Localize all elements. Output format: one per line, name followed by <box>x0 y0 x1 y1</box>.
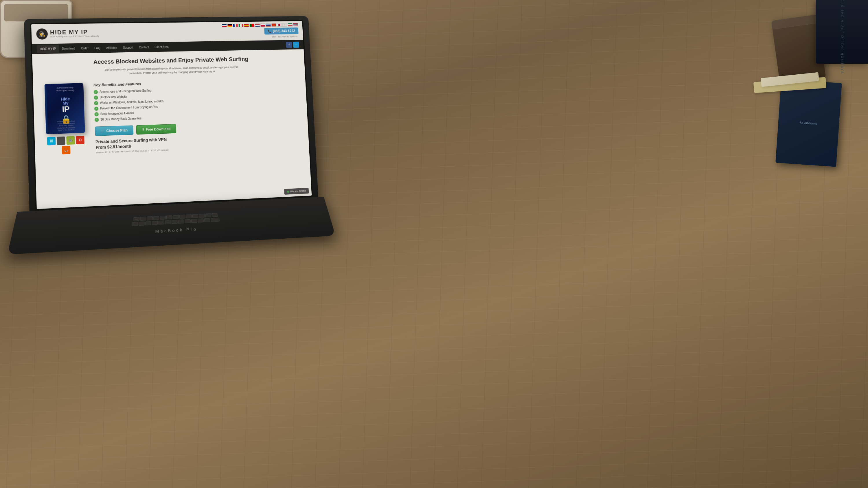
check-icon-4: ✓ <box>94 106 99 111</box>
browser-window: 🕵 HIDE MY IP Surf Anonymously & Protect … <box>31 21 312 209</box>
product-box: Surf anonymouslyProtect your identity Hi… <box>44 83 85 134</box>
online-dot <box>287 191 289 193</box>
online-chat-badge[interactable]: We are Online <box>284 188 309 195</box>
platform-icons: ⊞ 🤖 O 🦊 <box>43 136 89 155</box>
platform-firefox: 🦊 <box>62 146 71 155</box>
nav-item-affiliates[interactable]: Affiliates <box>103 44 120 52</box>
shopping-cart-icon: 🛒 <box>101 129 105 133</box>
platform-opera: O <box>76 136 85 144</box>
check-icon-5: ✓ <box>94 112 99 116</box>
nav-item-hidemyip[interactable]: HIDE MY IP <box>37 44 59 53</box>
promo-box: Private and Secure Surfing with VPN From… <box>95 132 302 154</box>
flag-de[interactable] <box>227 24 232 27</box>
free-download-button[interactable]: ⬇ Free Download <box>136 124 176 134</box>
macbook-pro-label: MacBook Pro <box>155 227 197 234</box>
flags-row: ★ × <box>222 23 298 28</box>
hero-title: Access Blocked Websites and Enjoy Privat… <box>41 54 297 67</box>
flag-close[interactable]: × <box>282 23 287 27</box>
nav-item-order[interactable]: Order <box>78 44 91 52</box>
logo-icon: 🕵 <box>36 28 48 40</box>
choose-plan-button[interactable]: 🛒 Choose Plan <box>95 125 133 136</box>
nav-item-contact[interactable]: Contact <box>136 43 152 51</box>
nav-item-client-area[interactable]: Client Area <box>152 43 172 51</box>
flag-th[interactable] <box>293 23 298 27</box>
flag-es[interactable] <box>244 24 249 27</box>
product-area: Surf anonymouslyProtect your identity Hi… <box>41 83 89 155</box>
platform-windows: ⊞ <box>47 137 56 145</box>
content-area: Surf anonymouslyProtect your identity Hi… <box>33 78 309 161</box>
flag-nl[interactable] <box>255 24 260 27</box>
flag-pt[interactable] <box>249 24 255 27</box>
flag-fr[interactable] <box>233 24 238 27</box>
nav-item-faq[interactable]: FAQ <box>91 44 103 52</box>
nav-item-download[interactable]: Download <box>59 44 78 52</box>
flag-pl[interactable] <box>260 24 266 27</box>
product-name-display: Hide My IP <box>61 97 70 114</box>
laptop-screen-lid: 🕵 HIDE MY IP Surf Anonymously & Protect … <box>24 16 318 215</box>
social-icons-nav: f 🐦 <box>286 42 299 48</box>
check-icon-2: ✓ <box>94 95 98 99</box>
product-box-tagline: Surf anonymouslyProtect your identity <box>46 86 84 92</box>
nav-item-support[interactable]: Support <box>120 43 136 52</box>
check-icon-6: ✓ <box>95 118 99 122</box>
phone-button[interactable]: 📞 (866) 343-6722 <box>264 28 299 35</box>
logo-text: HIDE MY IP Surf Anonymously & Protect Yo… <box>50 29 99 38</box>
header-right: ★ × 📞 (866) 343-6722 <box>222 23 299 39</box>
phone-number: (866) 343-6722 <box>273 29 295 33</box>
check-icon-3: ✓ <box>94 101 98 105</box>
notebook: la libellule <box>775 79 842 167</box>
platform-apple <box>57 136 65 145</box>
laptop: 🕵 HIDE MY IP Surf Anonymously & Protect … <box>18 16 337 258</box>
main-content: Access Blocked Websites and Enjoy Privat… <box>32 49 312 209</box>
check-icon-1: ✓ <box>94 90 98 94</box>
book-spine: HOME IS THE HEART OF THE HOLIDAYS <box>816 0 868 64</box>
features-area: Key Benefits and Features ✓ Anonymous an… <box>93 78 302 154</box>
flag-ru[interactable] <box>266 24 271 27</box>
flag-ar[interactable] <box>288 23 292 27</box>
logo-title: HIDE MY IP <box>50 29 99 35</box>
logo-subtitle: Surf Anonymously & Protect Your Identity <box>50 35 99 38</box>
platform-android: 🤖 <box>66 136 75 144</box>
download-icon: ⬇ <box>142 128 144 132</box>
flag-jp[interactable] <box>277 23 282 27</box>
flag-it[interactable] <box>239 24 244 27</box>
phone-icon: 📞 <box>268 29 272 33</box>
phone-hours: Mon - Fri : 9am to 4pm PST <box>272 35 299 38</box>
facebook-icon[interactable]: f <box>286 42 292 48</box>
screen-bezel: 🕵 HIDE MY IP Surf Anonymously & Protect … <box>30 20 313 210</box>
flag-cn[interactable]: ★ <box>271 24 277 27</box>
flag-en[interactable] <box>222 24 227 28</box>
twitter-icon[interactable]: 🐦 <box>293 42 300 48</box>
feature-list: ✓ Anonymous and Encrypted Web Surfing ✓ … <box>94 85 300 122</box>
product-small-text: Protection from ID TheftGuard Against Ha… <box>49 120 84 132</box>
logo-area: 🕵 HIDE MY IP Surf Anonymously & Protect … <box>36 28 99 39</box>
hero-subtitle: Surf anonymously, prevent hackers from a… <box>103 65 240 76</box>
